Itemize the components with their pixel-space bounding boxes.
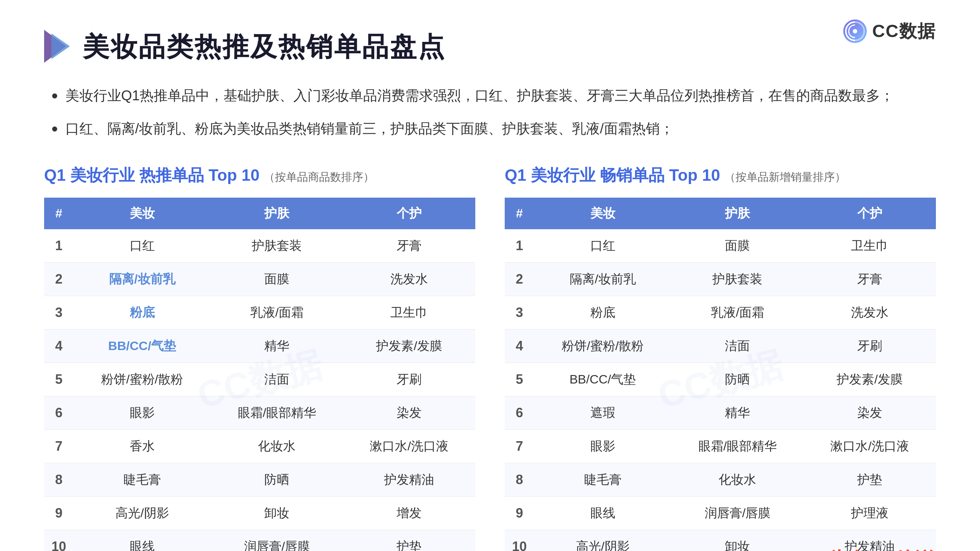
right-table-cell: 7 [505,429,534,463]
right-table-cell: 眼影 [534,429,671,463]
right-table-cell: 护发素/发膜 [803,362,936,396]
left-table-row: 7香水化妆水漱口水/洗口液 [44,429,475,463]
right-table-cell: 染发 [803,396,936,429]
left-table-cell: 5 [44,362,73,396]
left-table-cell: 眼霜/眼部精华 [211,396,343,429]
bullet-item-1: • 美妆行业Q1热推单品中，基础护肤、入门彩妆单品消费需求强烈，口红、护肤套装、… [51,83,936,109]
left-table-cell: BB/CC/气垫 [73,329,211,362]
left-table-cell: 精华 [211,329,343,362]
right-table-cell: 润唇膏/唇膜 [671,496,804,530]
right-table-cell: 6 [505,396,534,429]
left-table-body: 1口红护肤套装牙膏2隔离/妆前乳面膜洗发水3粉底乳液/面霜卫生巾4BB/CC/气… [44,229,475,551]
left-table-cell: 隔离/妆前乳 [73,262,211,296]
right-table-cell: 洁面 [671,329,804,362]
left-table-wrapper: # 美妆 护肤 个护 1口红护肤套装牙膏2隔离/妆前乳面膜洗发水3粉底乳液/面霜… [44,198,475,551]
svg-marker-3 [51,33,70,59]
bullet-dot-1: • [51,83,58,109]
footer-brand-at: @侠说 [875,548,936,551]
left-table-cell: 1 [44,229,73,263]
left-table-cell: 卫生巾 [343,296,475,329]
right-table-cell: 5 [505,362,534,396]
svg-point-1 [853,29,857,33]
left-col-makeup: 美妆 [73,198,211,229]
right-table-cell: 口红 [534,229,671,263]
left-table-title-main: Q1 美妆行业 热推单品 Top 10 [44,166,259,184]
right-table-cell: 粉底 [534,296,671,329]
left-table-cell: 7 [44,429,73,463]
right-table-row: 2隔离/妆前乳护肤套装牙膏 [505,262,936,296]
left-table-cell: 漱口水/洗口液 [343,429,475,463]
left-table-cell: 6 [44,396,73,429]
right-col-makeup: 美妆 [534,198,671,229]
right-table-wrapper: # 美妆 护肤 个护 1口红面膜卫生巾2隔离/妆前乳护肤套装牙膏3粉底乳液/面霜… [505,198,936,551]
right-table-cell: 卫生巾 [803,229,936,263]
left-table-cell: 护肤套装 [211,229,343,263]
page-container: CC数据 美妆品类热推及热销单品盘点 • 美妆行业Q1热推单品中，基础护肤、入门… [0,0,980,551]
left-table-cell: 8 [44,463,73,496]
right-table-cell: 眼霜/眼部精华 [671,429,804,463]
right-table-header-row: # 美妆 护肤 个护 [505,198,936,229]
left-table-cell: 牙刷 [343,362,475,396]
right-table-cell: 精华 [671,396,804,429]
title-arrow-icon [44,30,73,63]
left-table-cell: 口红 [73,229,211,263]
left-col-personal: 个护 [343,198,475,229]
left-table-title-sub: （按单品商品数排序） [264,171,374,183]
right-table-cell: 护理液 [803,496,936,530]
left-table-cell: 卸妆 [211,496,343,530]
right-table-cell: 护垫 [803,463,936,496]
right-table-cell: 睫毛膏 [534,463,671,496]
left-table-cell: 9 [44,496,73,530]
right-table-cell: 隔离/妆前乳 [534,262,671,296]
footer-brand: 头条 @侠说 [828,546,936,551]
page-title: 美妆品类热推及热销单品盘点 [83,29,446,65]
left-table-cell: 牙膏 [343,229,475,263]
logo-text: CC数据 [872,19,936,43]
left-table: # 美妆 护肤 个护 1口红护肤套装牙膏2隔离/妆前乳面膜洗发水3粉底乳液/面霜… [44,198,475,551]
left-table-cell: 护发精油 [343,463,475,496]
cc-logo-icon [842,18,868,44]
left-table-cell: 护发素/发膜 [343,329,475,362]
left-table-row: 6眼影眼霜/眼部精华染发 [44,396,475,429]
right-table-cell: 护肤套装 [671,262,804,296]
right-col-skincare: 护肤 [671,198,804,229]
left-table-row: 8睫毛膏防晒护发精油 [44,463,475,496]
right-table-cell: 牙刷 [803,329,936,362]
right-table-cell: 1 [505,229,534,263]
bullet-dot-2: • [51,116,58,142]
left-table-cell: 3 [44,296,73,329]
tables-section: Q1 美妆行业 热推单品 Top 10 （按单品商品数排序） # 美妆 护肤 个… [44,164,936,551]
right-table-row: 3粉底乳液/面霜洗发水 [505,296,936,329]
right-table-row: 7眼影眼霜/眼部精华漱口水/洗口液 [505,429,936,463]
right-table-cell: 乳液/面霜 [671,296,804,329]
left-table-row: 9高光/阴影卸妆增发 [44,496,475,530]
left-table-cell: 面膜 [211,262,343,296]
left-table-cell: 洁面 [211,362,343,396]
right-table-title-sub: （按单品新增销量排序） [724,171,846,183]
left-table-cell: 4 [44,329,73,362]
left-table-cell: 增发 [343,496,475,530]
right-table-cell: 眼线 [534,496,671,530]
right-table-cell: 粉饼/蜜粉/散粉 [534,329,671,362]
right-table-title-main: Q1 美妆行业 畅销单品 Top 10 [505,166,720,184]
left-table-cell: 粉饼/蜜粉/散粉 [73,362,211,396]
bullet-text-1: 美妆行业Q1热推单品中，基础护肤、入门彩妆单品消费需求强烈，口红、护肤套装、牙膏… [65,83,894,108]
right-table-cell: 8 [505,463,534,496]
right-table-row: 6遮瑕精华染发 [505,396,936,429]
right-table-cell: 洗发水 [803,296,936,329]
right-table-title: Q1 美妆行业 畅销单品 Top 10 （按单品新增销量排序） [505,164,936,187]
left-table-cell: 高光/阴影 [73,496,211,530]
left-table-cell: 染发 [343,396,475,429]
right-table-cell: 面膜 [671,229,804,263]
right-table-body: 1口红面膜卫生巾2隔离/妆前乳护肤套装牙膏3粉底乳液/面霜洗发水4粉饼/蜜粉/散… [505,229,936,551]
footer-brand-headline: 头条 [828,548,869,551]
left-table-row: 5粉饼/蜜粉/散粉洁面牙刷 [44,362,475,396]
left-table-cell: 化妆水 [211,429,343,463]
left-table-header-row: # 美妆 护肤 个护 [44,198,475,229]
left-table-cell: 乳液/面霜 [211,296,343,329]
right-table-cell: 遮瑕 [534,396,671,429]
right-table-cell: 3 [505,296,534,329]
right-table-row: 5BB/CC/气垫防晒护发素/发膜 [505,362,936,396]
right-table-cell: 4 [505,329,534,362]
bullets-section: • 美妆行业Q1热推单品中，基础护肤、入门彩妆单品消费需求强烈，口红、护肤套装、… [44,83,936,142]
